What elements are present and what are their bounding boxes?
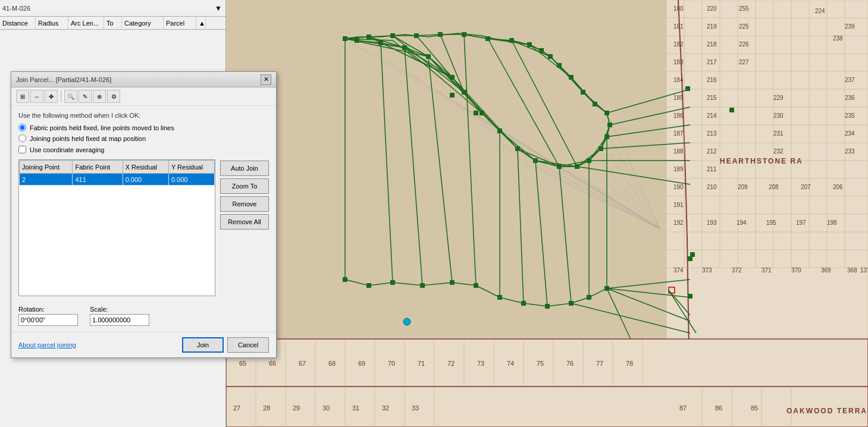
- svg-text:192: 192: [673, 219, 684, 226]
- svg-rect-172: [497, 295, 502, 300]
- svg-text:225: 225: [739, 23, 749, 30]
- svg-rect-135: [366, 34, 371, 39]
- table-area: Joining Point Fabric Point X Residual Y …: [18, 159, 269, 301]
- svg-rect-169: [420, 283, 425, 288]
- svg-text:227: 227: [739, 59, 749, 65]
- join-table: Joining Point Fabric Point X Residual Y …: [19, 160, 215, 186]
- svg-text:233: 233: [845, 148, 855, 155]
- checkbox-label: Use coordinate averaging: [30, 146, 104, 153]
- top-bar: 41-M-026 ▼: [0, 0, 225, 17]
- toolbar-btn-1[interactable]: ⊞: [16, 90, 29, 103]
- th-y-residual: Y Residual: [168, 161, 214, 174]
- svg-text:184: 184: [673, 77, 684, 83]
- svg-text:188: 188: [673, 148, 684, 155]
- toolbar-btn-5[interactable]: ✎: [79, 90, 92, 103]
- toolbar-btn-6[interactable]: ⊕: [93, 90, 106, 103]
- th-fabric-point: Fabric Point: [73, 161, 123, 174]
- svg-rect-173: [521, 301, 526, 306]
- svg-text:195: 195: [766, 219, 776, 226]
- svg-rect-164: [378, 40, 383, 45]
- dialog-instruction: Use the following method when I click OK…: [18, 112, 269, 119]
- svg-rect-170: [450, 280, 455, 285]
- cancel-button[interactable]: Cancel: [227, 337, 269, 353]
- svg-rect-145: [557, 63, 562, 68]
- rotation-input[interactable]: [18, 314, 78, 326]
- scale-field-group: Scale:: [90, 306, 149, 326]
- radio-item-2: Joining points held fixed at map positio…: [18, 134, 269, 142]
- svg-text:231: 231: [773, 130, 784, 137]
- svg-rect-181: [688, 256, 692, 261]
- remove-button[interactable]: Remove: [220, 196, 269, 212]
- scale-input[interactable]: [90, 314, 149, 326]
- about-parcel-joining-link[interactable]: About parcel joining: [18, 341, 76, 348]
- svg-text:190: 190: [673, 184, 684, 190]
- cell-x-residual: 0.000: [123, 174, 168, 186]
- svg-text:30: 30: [322, 404, 330, 412]
- svg-rect-174: [545, 304, 550, 309]
- svg-text:66: 66: [269, 360, 276, 367]
- svg-text:68: 68: [328, 360, 336, 367]
- join-table-container[interactable]: Joining Point Fabric Point X Residual Y …: [18, 159, 215, 296]
- svg-text:183: 183: [673, 59, 684, 65]
- svg-text:373: 373: [702, 267, 712, 274]
- svg-text:86: 86: [715, 404, 722, 412]
- toolbar-btn-2[interactable]: ↔: [30, 90, 43, 103]
- dialog-titlebar[interactable]: Join Parcel... [Partial2/41-M-026] ✕: [11, 72, 276, 87]
- svg-text:374: 374: [673, 267, 684, 274]
- auto-join-button[interactable]: Auto Join: [220, 161, 269, 176]
- col-radius: Radius: [36, 17, 68, 29]
- svg-text:193: 193: [707, 219, 717, 226]
- svg-rect-163: [402, 45, 407, 50]
- toolbar-btn-7[interactable]: ⚙: [107, 90, 120, 103]
- rotation-scale-row: Rotation: Scale:: [18, 306, 269, 326]
- svg-rect-178: [450, 93, 455, 98]
- svg-text:230: 230: [773, 112, 784, 119]
- col-sort-arrow[interactable]: ▲: [196, 17, 206, 29]
- svg-text:206: 206: [833, 184, 843, 190]
- svg-rect-179: [474, 111, 478, 115]
- svg-text:236: 236: [845, 95, 855, 101]
- svg-rect-272: [685, 86, 690, 91]
- toolbar-btn-4[interactable]: 🔍: [64, 90, 77, 103]
- svg-text:215: 215: [707, 95, 717, 101]
- svg-text:73: 73: [477, 360, 484, 367]
- dialog-close-button[interactable]: ✕: [261, 74, 271, 85]
- svg-text:368: 368: [847, 267, 857, 274]
- map-area[interactable]: 180 220 255 181 219 225 224 239 182 218 …: [226, 0, 868, 427]
- svg-text:197: 197: [796, 219, 806, 226]
- radio-fabric-points[interactable]: [18, 124, 26, 131]
- svg-rect-27: [226, 339, 868, 387]
- svg-text:67: 67: [299, 360, 306, 367]
- svg-text:191: 191: [673, 202, 684, 208]
- toolbar-btn-3[interactable]: ✥: [45, 90, 58, 103]
- svg-rect-167: [366, 283, 371, 288]
- zoom-to-button[interactable]: Zoom To: [220, 178, 269, 194]
- svg-text:371: 371: [762, 267, 772, 274]
- col-parcel: Parcel: [164, 17, 196, 29]
- radio-item-1: Fabric points held fixed, line points mo…: [18, 124, 269, 131]
- svg-text:75: 75: [537, 360, 544, 367]
- svg-text:255: 255: [739, 5, 749, 12]
- svg-text:74: 74: [507, 360, 514, 367]
- svg-rect-140: [485, 36, 490, 41]
- svg-text:212: 212: [707, 148, 717, 155]
- footer-buttons: Join Cancel: [182, 337, 269, 353]
- radio-joining-points[interactable]: [18, 134, 26, 142]
- th-joining-point: Joining Point: [20, 161, 73, 174]
- svg-text:209: 209: [738, 184, 748, 190]
- svg-rect-274: [688, 294, 692, 299]
- table-header-bar: Distance Radius Arc Len... To Category P…: [0, 17, 225, 30]
- svg-rect-159: [480, 111, 484, 115]
- svg-rect-136: [390, 33, 395, 38]
- top-bar-close[interactable]: ▼: [214, 4, 223, 13]
- checkbox-coord-averaging[interactable]: [18, 146, 26, 153]
- remove-all-button[interactable]: Remove All: [220, 214, 269, 230]
- svg-text:76: 76: [566, 360, 574, 367]
- svg-rect-143: [539, 48, 544, 53]
- svg-text:216: 216: [707, 77, 717, 83]
- svg-rect-154: [575, 164, 579, 169]
- svg-rect-151: [604, 134, 609, 139]
- table-row[interactable]: 2 411 0.000 0.000: [20, 174, 215, 186]
- join-button[interactable]: Join: [182, 337, 224, 353]
- cell-y-residual: 0.000: [168, 174, 214, 186]
